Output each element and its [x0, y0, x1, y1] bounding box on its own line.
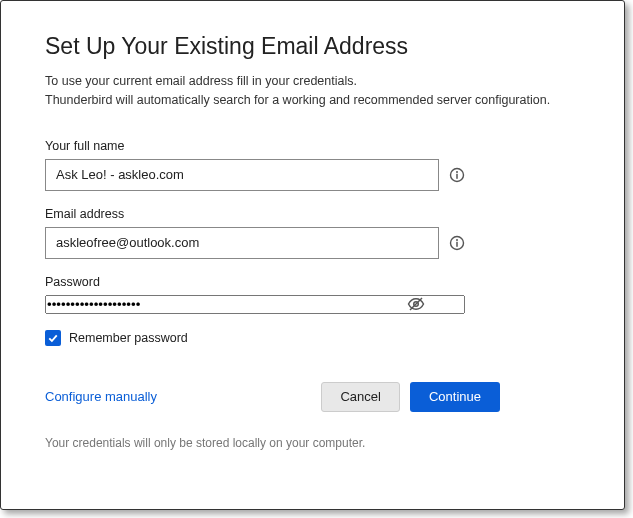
full-name-label: Your full name — [45, 139, 580, 153]
field-email: Email address — [45, 207, 580, 259]
password-input[interactable] — [45, 295, 465, 314]
remember-password-label: Remember password — [69, 331, 188, 345]
full-name-input[interactable] — [45, 159, 439, 191]
svg-rect-2 — [456, 174, 458, 179]
remember-password-row: Remember password — [45, 330, 580, 346]
cancel-button[interactable]: Cancel — [321, 382, 399, 412]
footer-note: Your credentials will only be stored loc… — [45, 436, 580, 450]
eye-slash-icon[interactable] — [407, 295, 425, 313]
button-row: Configure manually Cancel Continue — [45, 382, 500, 412]
setup-email-dialog: Set Up Your Existing Email Address To us… — [0, 0, 625, 510]
password-label: Password — [45, 275, 580, 289]
svg-point-4 — [456, 239, 458, 241]
configure-manually-link[interactable]: Configure manually — [45, 389, 157, 404]
dialog-title: Set Up Your Existing Email Address — [45, 33, 580, 60]
dialog-subtitle: To use your current email address fill i… — [45, 72, 580, 111]
email-input[interactable] — [45, 227, 439, 259]
email-label: Email address — [45, 207, 580, 221]
field-full-name: Your full name — [45, 139, 580, 191]
continue-button[interactable]: Continue — [410, 382, 500, 412]
svg-rect-5 — [456, 242, 458, 247]
svg-point-1 — [456, 171, 458, 173]
remember-password-checkbox[interactable] — [45, 330, 61, 346]
field-password: Password — [45, 275, 580, 314]
info-icon[interactable] — [449, 167, 465, 183]
info-icon[interactable] — [449, 235, 465, 251]
